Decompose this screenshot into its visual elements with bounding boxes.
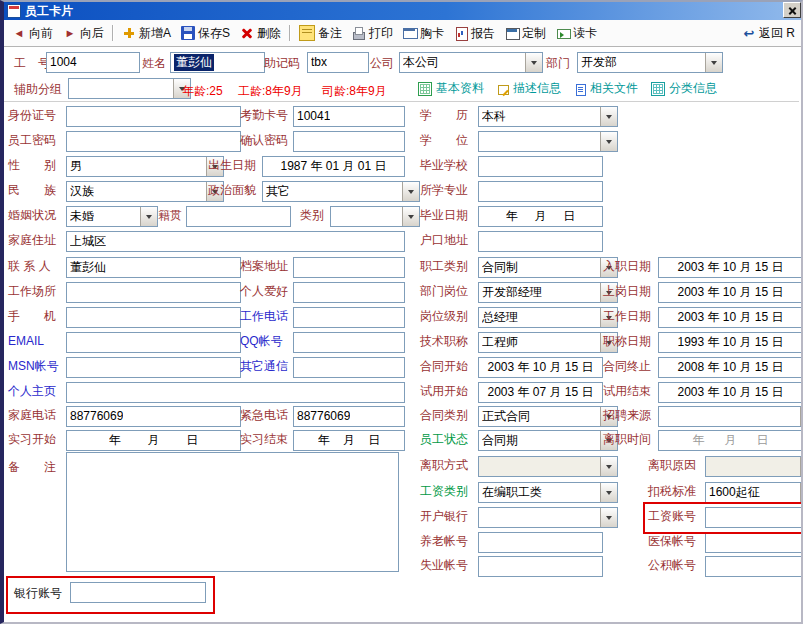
return-button[interactable]: 返回 R — [737, 23, 800, 44]
tab-basic-info[interactable]: 基本资料 — [418, 80, 484, 97]
prev-button[interactable]: 向前 — [7, 23, 58, 44]
home-phone-input[interactable]: 88776069 — [66, 406, 241, 427]
contract-type-select[interactable]: 正式合同 — [478, 406, 618, 427]
view-tabs: 基本资料 描述信息 相关文件 分类信息 — [418, 80, 717, 97]
mobile-input[interactable] — [66, 307, 241, 328]
trial-end-date-field[interactable]: 2003 年 10 月 15 日 — [658, 382, 803, 403]
custom-button[interactable]: 定制 — [500, 23, 551, 44]
grad-date-date-field[interactable]: 年 月 日 — [478, 206, 603, 227]
title-date-date-field[interactable]: 1993 年 10 月 15 日 — [658, 332, 803, 353]
onboard-date-date-field[interactable]: 2003 年 10 月 15 日 — [658, 282, 803, 303]
note-button[interactable]: 备注 — [294, 23, 347, 44]
remark-textarea[interactable] — [66, 452, 399, 572]
salary-category-select[interactable]: 在编职工类 — [478, 482, 618, 503]
workplace-input[interactable] — [66, 282, 241, 303]
intern-end-date-field[interactable]: 年 月 日 — [293, 430, 405, 451]
bank-dropdown-button[interactable] — [600, 508, 617, 527]
bank-select[interactable] — [478, 507, 618, 528]
birth-date-date-field[interactable]: 1987 年 01 月 01 日 — [262, 156, 405, 177]
email-input[interactable] — [66, 332, 241, 353]
tab-related-files[interactable]: 相关文件 — [574, 80, 638, 97]
delete-button[interactable]: 删除 — [235, 23, 286, 44]
education-dropdown-button[interactable] — [600, 107, 617, 126]
work-date-date-field[interactable]: 2003 年 10 月 15 日 — [658, 307, 803, 328]
emergency-phone-input[interactable]: 88776069 — [293, 406, 405, 427]
homepage-input[interactable] — [66, 382, 405, 403]
tab-classification[interactable]: 分类信息 — [651, 80, 717, 97]
tab-description[interactable]: 描述信息 — [497, 80, 561, 97]
tax-standard-select[interactable]: 1600起征 — [705, 482, 803, 503]
gender-select[interactable]: 男 — [66, 156, 224, 177]
category-dropdown-button[interactable] — [402, 207, 419, 226]
ethnicity-select[interactable]: 汉族 — [66, 181, 224, 202]
contract-end-date-field[interactable]: 2008 年 10 月 15 日 — [658, 357, 803, 378]
attendance-no-input[interactable]: 10041 — [293, 106, 405, 127]
id-card-input[interactable] — [66, 106, 241, 127]
other-comm-input[interactable] — [293, 357, 405, 378]
badge-button[interactable]: 胸卡 — [398, 23, 449, 44]
mnemonic-input[interactable]: tbx — [307, 52, 369, 73]
home-address-input[interactable]: 上城区 — [66, 231, 405, 252]
leave-method-select[interactable] — [478, 456, 618, 477]
political-select[interactable]: 其它 — [262, 181, 420, 202]
marital-dropdown-button[interactable] — [140, 207, 157, 226]
major-input[interactable] — [478, 181, 603, 202]
dept-position-select[interactable]: 开发部经理 — [478, 282, 618, 303]
position-level-value: 总经理 — [482, 309, 518, 326]
password-input[interactable] — [66, 131, 241, 152]
school-label: 毕业学校 — [420, 159, 468, 172]
chevron-down-icon — [606, 115, 612, 119]
company-value: 本公司 — [403, 54, 439, 71]
add-button[interactable]: 新增A — [117, 23, 176, 44]
save-button[interactable]: 保存S — [176, 23, 235, 44]
degree-select[interactable] — [478, 131, 618, 152]
salary-account-input[interactable] — [705, 507, 803, 528]
unemployment-account-input[interactable] — [478, 556, 603, 577]
contract-start-date-field[interactable]: 2003 年 10 月 15 日 — [478, 357, 603, 378]
entry-date-date-field[interactable]: 2003 年 10 月 15 日 — [658, 257, 803, 278]
marital-select[interactable]: 未婚 — [66, 206, 158, 227]
qq-input[interactable] — [293, 332, 405, 353]
readcard-button[interactable]: 读卡 — [551, 23, 602, 44]
school-input[interactable] — [478, 156, 603, 177]
hobby-input[interactable] — [293, 282, 405, 303]
category-select[interactable] — [330, 206, 420, 227]
mnemonic-value: tbx — [311, 54, 327, 71]
contact-input[interactable]: 董彭仙 — [66, 257, 241, 278]
attendance-no-value: 10041 — [297, 108, 330, 125]
name-input[interactable]: 董彭仙 — [170, 52, 265, 73]
emp-category-select[interactable]: 合同制 — [478, 257, 618, 278]
trial-start-date-field[interactable]: 2003 年 07 月 15 日 — [478, 382, 603, 403]
political-dropdown-button[interactable] — [402, 182, 419, 201]
company-dropdown-button[interactable] — [525, 53, 542, 72]
pension-account-input[interactable] — [478, 532, 603, 553]
leave-time-date-field[interactable]: 年 月 日 — [658, 430, 803, 451]
department-dropdown-button[interactable] — [705, 53, 722, 72]
department-select[interactable]: 开发部 — [577, 52, 723, 73]
position-level-select[interactable]: 总经理 — [478, 307, 618, 328]
company-select[interactable]: 本公司 — [399, 52, 543, 73]
aux-group-select[interactable] — [68, 78, 191, 99]
work-phone-input[interactable] — [293, 307, 405, 328]
report-button[interactable]: 报告 — [449, 23, 500, 44]
degree-dropdown-button[interactable] — [600, 132, 617, 151]
leave-reason-select[interactable] — [705, 456, 803, 477]
leave-method-dropdown-button[interactable] — [600, 457, 617, 476]
native-place-input[interactable] — [186, 206, 291, 227]
next-button[interactable]: 向后 — [58, 23, 109, 44]
tech-title-select[interactable]: 工程师 — [478, 332, 618, 353]
bank-account-input[interactable] — [70, 582, 206, 603]
education-select[interactable]: 本科 — [478, 106, 618, 127]
medical-account-input[interactable] — [705, 532, 803, 553]
hukou-address-input[interactable] — [478, 231, 603, 252]
emp-no-input[interactable]: 1004 — [46, 52, 140, 73]
salary-category-dropdown-button[interactable] — [600, 483, 617, 502]
recruit-source-select[interactable] — [658, 406, 803, 427]
emp-status-select[interactable]: 合同期 — [478, 430, 618, 451]
print-button[interactable]: 打印 — [347, 23, 398, 44]
confirm-password-input[interactable] — [293, 131, 405, 152]
msn-input[interactable] — [66, 357, 241, 378]
archive-address-input[interactable] — [293, 257, 405, 278]
housing-fund-account-input[interactable] — [705, 556, 803, 577]
intern-start-date-field[interactable]: 年 月 日 — [66, 430, 241, 451]
